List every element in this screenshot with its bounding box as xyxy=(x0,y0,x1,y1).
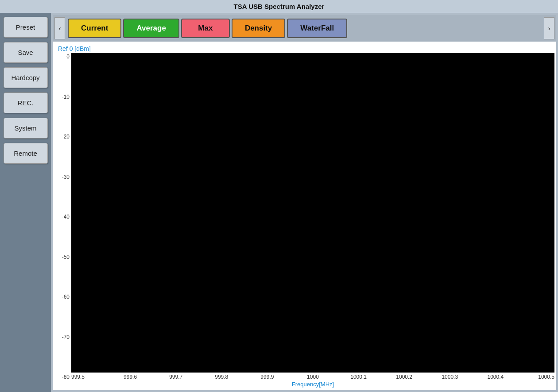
x-axis-title: Frequency[MHz] xyxy=(71,380,554,388)
y-axis: 0-10-20-30-40-50-60-70-80 xyxy=(54,53,71,388)
x-label: 999.8 xyxy=(208,374,235,380)
tab-current[interactable]: Current xyxy=(68,19,121,38)
x-label: 1000.5 xyxy=(528,374,554,380)
chart-wrapper: Ref 0 [dBm] 0-10-20-30-40-50-60-70-80 99… xyxy=(53,42,556,390)
tab-max[interactable]: Max xyxy=(181,19,230,38)
sidebar-btn-remote[interactable]: Remote xyxy=(4,143,48,164)
tab-arrow-right[interactable]: › xyxy=(544,17,554,39)
chart-grid xyxy=(71,53,554,373)
tab-bar: ‹ CurrentAverageMaxDensityWaterFall › xyxy=(53,15,556,42)
y-label: -80 xyxy=(62,374,70,380)
x-axis: 999.5999.6999.7999.8999.910001000.11000.… xyxy=(71,373,554,380)
sidebar-btn-save[interactable]: Save xyxy=(4,42,48,63)
y-label: -60 xyxy=(62,294,70,300)
x-label: 1000.3 xyxy=(437,374,463,380)
chart-ref-label: Ref 0 [dBm] xyxy=(54,43,554,53)
sidebar-btn-preset[interactable]: Preset xyxy=(4,17,48,38)
sidebar-btn-system[interactable]: System xyxy=(4,118,48,138)
y-label: -40 xyxy=(62,214,70,219)
app-title: TSA USB Spectrum Analyzer xyxy=(234,3,325,10)
chevron-left-icon: ‹ xyxy=(59,25,61,32)
content-area: ‹ CurrentAverageMaxDensityWaterFall › Re… xyxy=(51,13,558,392)
sidebar: PresetSaveHardcopyREC.SystemRemote xyxy=(0,13,51,392)
title-bar: TSA USB Spectrum Analyzer xyxy=(0,0,558,13)
x-label: 999.7 xyxy=(163,374,189,380)
x-label: 999.6 xyxy=(117,374,143,380)
x-label: 999.5 xyxy=(71,374,98,380)
y-label: 0 xyxy=(66,54,70,59)
sidebar-btn-rec[interactable]: REC. xyxy=(4,92,48,113)
chevron-right-icon: › xyxy=(548,25,550,32)
chart-container: 0-10-20-30-40-50-60-70-80 999.5999.6999.… xyxy=(54,53,554,388)
grid-svg xyxy=(71,53,554,373)
sidebar-btn-hardcopy[interactable]: Hardcopy xyxy=(4,67,48,88)
main-layout: PresetSaveHardcopyREC.SystemRemote ‹ Cur… xyxy=(0,13,558,392)
x-label: 1000.2 xyxy=(391,374,418,380)
tab-density[interactable]: Density xyxy=(232,19,285,38)
y-label: -20 xyxy=(62,134,70,139)
y-label: -30 xyxy=(62,174,70,180)
tabs-container: CurrentAverageMaxDensityWaterFall xyxy=(65,17,544,40)
y-label: -50 xyxy=(62,254,70,260)
tab-arrow-left[interactable]: ‹ xyxy=(54,17,65,39)
y-label: -10 xyxy=(62,94,70,100)
x-label: 1000.4 xyxy=(482,374,509,380)
x-label: 1000 xyxy=(299,374,326,380)
tab-average[interactable]: Average xyxy=(123,19,179,38)
y-label: -70 xyxy=(62,334,70,340)
tab-waterfall[interactable]: WaterFall xyxy=(287,19,347,38)
x-label: 1000.1 xyxy=(345,374,372,380)
chart-canvas: 999.5999.6999.7999.8999.910001000.11000.… xyxy=(71,53,554,388)
x-label: 999.9 xyxy=(254,374,280,380)
